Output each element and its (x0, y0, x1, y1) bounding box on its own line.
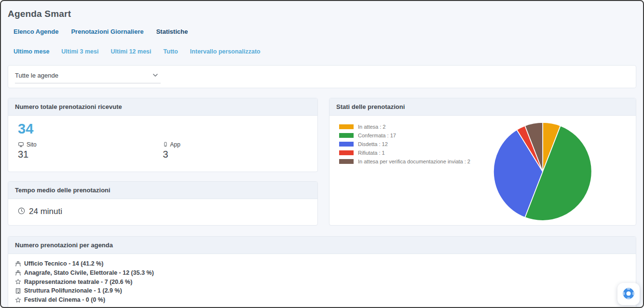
status-card-title: Stati delle prenotazioni (329, 98, 636, 116)
agenda-bookings-card: Numero prenotazioni per agenda Ufficio T… (8, 236, 636, 308)
range-tabs: Ultimo meseUltimi 3 mesiUltimi 12 mesiTu… (14, 48, 636, 55)
pie-legend: In attesa : 2Confermata : 17Disdetta : 1… (339, 124, 470, 164)
tab-elenco-agende[interactable]: Elenco Agende (14, 28, 58, 35)
source-sito: Sito31 (18, 141, 163, 160)
legend-row: Confermata : 17 (339, 133, 470, 138)
building-icon (15, 288, 21, 294)
legend-swatch (339, 133, 354, 138)
agenda-item-text: Struttura Polifunzionale - 1 (2.9 %) (24, 286, 122, 295)
avg-time-card: Tempo medio delle prenotazioni 24 minuti (8, 181, 318, 226)
stats-grid: Numero totale prenotazioni ricevute 34 S… (8, 98, 636, 226)
legend-swatch (339, 150, 354, 155)
agenda-item-text: Ufficio Tecnico - 14 (41.2 %) (24, 259, 103, 268)
agenda-list-item: Rappresentazione teatrale - 7 (20.6 %) (15, 278, 629, 287)
legend-swatch (339, 159, 354, 164)
chevron-down-icon (153, 74, 158, 77)
app-window: Agenda Smart Elenco AgendePrenotazioni G… (0, 0, 644, 308)
source-label: App (163, 141, 308, 148)
agenda-list-item: Anagrafe, Stato Civile, Elettorale - 12 … (15, 268, 629, 278)
range-tab-tutto[interactable]: Tutto (164, 48, 178, 55)
right-column: Stati delle prenotazioni In attesa : 2Co… (329, 98, 636, 226)
left-column: Numero totale prenotazioni ricevute 34 S… (8, 98, 318, 226)
legend-row: In attesa per verifica documentazione in… (339, 159, 470, 164)
life-ring-icon (622, 287, 635, 302)
agenda-list-item: Ufficio Tecnico - 14 (41.2 %) (15, 259, 629, 268)
legend-label: Rifiutata : 1 (358, 150, 385, 156)
filter-card: Tutte le agende (8, 65, 636, 88)
star-icon (15, 279, 21, 285)
status-card-body: In attesa : 2Confermata : 17Disdetta : 1… (329, 116, 636, 226)
legend-row: Disdetta : 12 (339, 141, 470, 147)
legend-swatch (339, 124, 354, 129)
legend-label: In attesa : 2 (358, 124, 385, 130)
totals-card-title: Numero totale prenotazioni ricevute (8, 98, 317, 116)
agenda-item-text: Festival del Cinema - 0 (0 %) (24, 295, 105, 305)
agenda-select-value: Tutte le agende (15, 72, 58, 79)
source-value: 31 (18, 149, 163, 160)
desk-icon (15, 270, 21, 276)
statistics-page: Agenda Smart Elenco AgendePrenotazioni G… (1, 1, 643, 308)
tab-prenotazioni-giornaliere[interactable]: Prenotazioni Giornaliere (71, 28, 143, 35)
tab-statistiche[interactable]: Statistiche (156, 28, 188, 35)
source-app: App3 (163, 141, 308, 160)
legend-label: In attesa per verifica documentazione in… (358, 159, 470, 164)
avg-time-card-title: Tempo medio delle prenotazioni (8, 182, 317, 199)
agenda-card-title: Numero prenotazioni per agenda (8, 237, 636, 254)
agenda-list: Ufficio Tecnico - 14 (41.2 %)Anagrafe, S… (8, 254, 636, 308)
range-tab-ultimi-12-mesi[interactable]: Ultimi 12 mesi (110, 48, 151, 55)
agenda-list-item: Festival del Cinema - 0 (0 %) (15, 295, 629, 305)
avg-time-value: 24 minuti (29, 207, 62, 216)
status-card: Stati delle prenotazioni In attesa : 2Co… (329, 98, 636, 226)
totals-card: Numero totale prenotazioni ricevute 34 S… (8, 98, 318, 172)
clock-icon (18, 207, 25, 216)
legend-label: Disdetta : 12 (358, 141, 388, 147)
desk-icon (15, 261, 21, 267)
range-tab-ultimi-3-mesi[interactable]: Ultimi 3 mesi (61, 48, 98, 55)
legend-label: Confermata : 17 (358, 133, 396, 138)
total-bookings-value: 34 (18, 121, 308, 137)
agenda-item-text: Anagrafe, Stato Civile, Elettorale - 12 … (24, 268, 154, 278)
main-tabs: Elenco AgendePrenotazioni GiornaliereSta… (14, 28, 636, 35)
legend-row: In attesa : 2 (339, 124, 470, 130)
help-button[interactable] (617, 283, 640, 305)
range-tab-intervallo-personalizzato[interactable]: Intervallo personalizzato (190, 48, 260, 55)
star-icon (15, 297, 21, 303)
desktop-icon (18, 142, 24, 147)
legend-row: Rifiutata : 1 (339, 150, 470, 156)
source-label: Sito (18, 141, 163, 148)
totals-card-body: 34 Sito31App3 (8, 116, 317, 160)
agenda-select[interactable]: Tutte le agende (15, 70, 161, 83)
legend-swatch (339, 142, 354, 147)
agenda-list-item: Struttura Polifunzionale - 1 (2.9 %) (15, 286, 629, 295)
pie-chart[interactable] (492, 121, 593, 224)
booking-sources: Sito31App3 (18, 141, 308, 160)
page-title: Agenda Smart (8, 9, 636, 19)
source-value: 3 (163, 149, 308, 160)
agenda-item-text: Rappresentazione teatrale - 7 (20.6 %) (24, 278, 132, 287)
mobile-icon (163, 141, 168, 147)
range-tab-ultimo-mese[interactable]: Ultimo mese (14, 48, 49, 55)
avg-time-card-body: 24 minuti (8, 199, 317, 224)
